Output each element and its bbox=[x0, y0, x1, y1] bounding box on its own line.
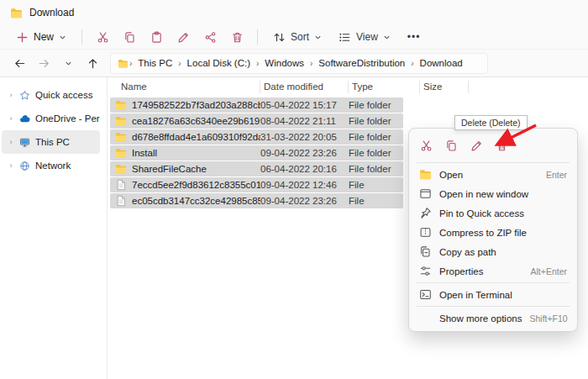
menu-item-label: Open in Terminal bbox=[439, 290, 567, 300]
breadcrumb-item-softwaredistribution[interactable]: SoftwareDistribution bbox=[313, 56, 410, 70]
menu-item-properties[interactable]: Properties Alt+Enter bbox=[412, 261, 574, 281]
chevron-down-icon bbox=[65, 60, 72, 67]
new-button-label: New bbox=[34, 31, 54, 43]
sidebar-item-this-pc[interactable]: This PC bbox=[2, 130, 100, 154]
cut-button[interactable] bbox=[415, 134, 437, 156]
rename-button[interactable] bbox=[171, 27, 196, 47]
file-name: d678e8ffdad4e1a609310f92da85690b bbox=[132, 132, 260, 142]
breadcrumb-item-local-disk[interactable]: Local Disk (C:) bbox=[182, 56, 255, 70]
menu-item-open[interactable]: Open Enter bbox=[412, 165, 574, 184]
menu-item-copy-as-path[interactable]: Copy as path bbox=[412, 242, 574, 261]
breadcrumb-chevron bbox=[177, 59, 181, 68]
sort-button[interactable]: Sort bbox=[265, 29, 329, 46]
file-name: 7eccd5ee2f9d83612c8355c01b78c8ffdc5c... bbox=[132, 180, 260, 190]
breadcrumb-item-this-pc[interactable]: This PC bbox=[133, 56, 177, 70]
copy-as-path-icon bbox=[419, 245, 432, 258]
file-name: 1749582522b7f3ad203a288cb66aad6b bbox=[132, 100, 260, 110]
file-date: 06-04-2022 20:16 bbox=[260, 164, 349, 174]
file-name: SharedFileCache bbox=[132, 164, 207, 174]
delete-button[interactable] bbox=[224, 27, 249, 47]
file-date: 09-04-2022 23:26 bbox=[260, 196, 349, 206]
file-row[interactable]: ec05cdb3147cc32ce42985c853f5f377eceb... … bbox=[110, 193, 403, 208]
column-header-date-modified[interactable]: Date modified bbox=[260, 81, 349, 93]
cut-button[interactable] bbox=[90, 27, 115, 47]
share-button[interactable] bbox=[197, 27, 223, 47]
new-button[interactable]: New bbox=[8, 29, 74, 46]
file-row[interactable]: SharedFileCache 06-04-2022 20:16 File fo… bbox=[110, 161, 403, 176]
file-icon bbox=[115, 195, 127, 207]
file-date: 05-04-2022 15:17 bbox=[260, 100, 349, 110]
rename-icon bbox=[470, 139, 483, 152]
rename-button[interactable] bbox=[465, 134, 487, 156]
folder-icon bbox=[115, 115, 127, 127]
copy-button[interactable] bbox=[440, 134, 462, 156]
up-button[interactable] bbox=[81, 53, 103, 73]
share-icon bbox=[204, 31, 217, 44]
file-name: cea18276a63c6340ee29b619979eb98f bbox=[132, 116, 260, 126]
toolbar-separator bbox=[257, 29, 258, 45]
zip-icon bbox=[419, 226, 432, 239]
file-row[interactable]: cea18276a63c6340ee29b619979eb98f 08-04-2… bbox=[110, 113, 403, 129]
delete-button[interactable] bbox=[491, 134, 512, 156]
file-type: File bbox=[349, 180, 401, 190]
list-header: Name Date modified Type Size bbox=[108, 77, 588, 96]
menu-item-shortcut: Alt+Enter bbox=[531, 266, 567, 276]
breadcrumb-item-download[interactable]: Download bbox=[415, 56, 468, 70]
see-more-button[interactable]: ••• bbox=[400, 29, 428, 45]
back-button[interactable] bbox=[8, 53, 30, 73]
address-bar: This PC Local Disk (C:) Windows Software… bbox=[0, 50, 588, 77]
file-icon bbox=[115, 179, 127, 191]
copy-button[interactable] bbox=[117, 27, 142, 47]
terminal-icon bbox=[419, 288, 432, 301]
file-type: File bbox=[349, 196, 401, 206]
star-icon bbox=[19, 90, 30, 101]
menu-item-show-more-options[interactable]: Show more options Shift+F10 bbox=[412, 308, 574, 328]
file-type: File folder bbox=[349, 148, 401, 158]
breadcrumb-chevron bbox=[410, 59, 414, 68]
globe-icon bbox=[19, 161, 30, 171]
sort-button-label: Sort bbox=[291, 31, 309, 43]
recent-locations-button[interactable] bbox=[57, 53, 79, 73]
trash-icon bbox=[496, 139, 508, 152]
folder-icon bbox=[115, 163, 127, 175]
file-row[interactable]: 7eccd5ee2f9d83612c8355c01b78c8ffdc5c... … bbox=[110, 177, 403, 192]
plus-icon bbox=[16, 31, 29, 44]
folder-icon bbox=[115, 131, 127, 143]
sidebar-item-network[interactable]: Network bbox=[2, 154, 100, 177]
sidebar-item-quick-access[interactable]: Quick access bbox=[2, 83, 100, 107]
paste-button[interactable] bbox=[144, 27, 169, 47]
context-menu-command-strip bbox=[412, 132, 574, 161]
menu-item-compress-to-zip[interactable]: Compress to ZIP file bbox=[412, 223, 574, 242]
view-button[interactable]: View bbox=[331, 29, 398, 46]
file-row[interactable]: 1749582522b7f3ad203a288cb66aad6b 05-04-2… bbox=[110, 97, 403, 113]
menu-item-open-in-terminal[interactable]: Open in Terminal bbox=[412, 285, 574, 304]
titlebar: Download bbox=[0, 0, 588, 25]
chevron-right-icon bbox=[8, 161, 14, 170]
menu-item-pin-to-quick-access[interactable]: Pin to Quick access bbox=[412, 203, 574, 223]
folder-icon bbox=[118, 58, 129, 69]
file-row[interactable]: Install 09-04-2022 23:26 File folder bbox=[110, 145, 403, 161]
sidebar: Quick access OneDrive - Personal This PC… bbox=[0, 77, 108, 379]
sidebar-item-onedrive[interactable]: OneDrive - Personal bbox=[2, 107, 100, 130]
file-type: File folder bbox=[349, 132, 401, 142]
menu-item-shortcut: Shift+F10 bbox=[529, 313, 567, 324]
trash-icon bbox=[231, 31, 244, 44]
file-type: File folder bbox=[349, 116, 401, 126]
file-type: File folder bbox=[349, 100, 401, 110]
forward-button[interactable] bbox=[33, 53, 55, 73]
context-menu: Open Enter Open in new window Pin to Qui… bbox=[408, 128, 578, 332]
menu-divider bbox=[417, 282, 570, 283]
column-header-size[interactable]: Size bbox=[420, 81, 469, 93]
column-header-name[interactable]: Name bbox=[108, 81, 260, 93]
sidebar-item-label: Quick access bbox=[35, 90, 92, 100]
cut-icon bbox=[97, 31, 109, 44]
file-name: ec05cdb3147cc32ce42985c853f5f377eceb... bbox=[132, 196, 260, 206]
breadcrumb-item-windows[interactable]: Windows bbox=[260, 56, 309, 70]
new-window-icon bbox=[419, 187, 432, 200]
file-row[interactable]: d678e8ffdad4e1a609310f92da85690b 31-03-2… bbox=[110, 129, 403, 145]
menu-item-open-in-new-window[interactable]: Open in new window bbox=[412, 184, 574, 203]
column-header-type[interactable]: Type bbox=[349, 81, 420, 93]
window-chrome: Download New Sort bbox=[0, 0, 588, 77]
folder-icon bbox=[10, 7, 23, 19]
view-button-label: View bbox=[356, 31, 378, 43]
